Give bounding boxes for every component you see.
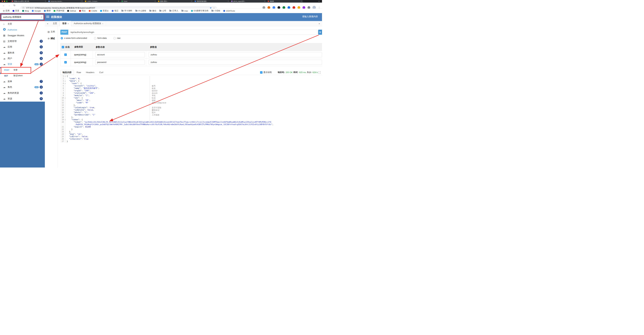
sidebar-endpoint-item[interactable]: POST登录 — [0, 67, 45, 73]
tab-close-icon[interactable]: × — [301, 0, 302, 2]
content-tab[interactable]: 登录× — [60, 21, 71, 26]
bookmark-item[interactable]: 百度云 — [99, 10, 110, 12]
bookmark-item[interactable]: 笔记 — [110, 10, 120, 12]
content-tab[interactable]: 主页 — [50, 21, 60, 26]
content-tab-label: 主页 — [53, 22, 57, 25]
bookmark-item[interactable]: 码云 — [78, 10, 87, 12]
sidebar-item[interactable]: ☁角色的资源1 — [0, 90, 45, 96]
code-token: 43200 — [85, 126, 91, 128]
param-value-input[interactable] — [149, 52, 322, 57]
bookmark-item[interactable]: 翻译 — [42, 10, 52, 12]
sidebar-endpoint-item[interactable]: GET验证token — [0, 73, 45, 78]
tab-close-icon[interactable]: × — [45, 0, 46, 2]
tab-close-icon[interactable]: × — [118, 0, 119, 2]
body-type-raw[interactable]: raw — [114, 37, 120, 39]
forward-icon[interactable]: → — [8, 4, 10, 7]
browser-tab[interactable]: LANB—Compos...× — [84, 0, 120, 2]
sidebar-item[interactable]: ☁应用5 — [0, 44, 45, 50]
browser-tab[interactable]: github_pages发布...× — [230, 0, 267, 2]
sidebar-item[interactable]: ☁用户9 — [0, 56, 45, 61]
browser-tab[interactable]: 查看zuihou密码 | 接口调...× — [11, 0, 47, 2]
sidebar-item[interactable]: ▦Swagger Models — [0, 32, 45, 38]
tab-close-icon[interactable]: × — [228, 0, 229, 2]
fold-marker-icon[interactable]: ▾ — [65, 82, 66, 85]
param-name-input[interactable] — [95, 52, 145, 57]
tabs-collapse-icon[interactable]: « — [45, 22, 50, 25]
fold-marker-icon[interactable]: ▾ — [65, 80, 66, 82]
code-token — [67, 94, 74, 96]
tab-close-icon[interactable]: × — [264, 0, 265, 2]
browser-tab[interactable]: 微服务× — [267, 0, 303, 2]
row-checkbox[interactable]: ✓ — [64, 61, 67, 64]
reload-icon[interactable]: ↻ — [14, 4, 16, 7]
back-icon[interactable]: ← — [2, 4, 5, 7]
fold-marker-icon[interactable]: ▾ — [65, 97, 66, 99]
doc-nav-debug[interactable]: ⚙调试 — [45, 35, 58, 42]
sidebar-item[interactable]: Authorize — [0, 27, 45, 32]
new-tab-button[interactable]: + — [318, 0, 320, 2]
bookmark-item[interactable]: Google — [30, 10, 42, 12]
tab-close-icon[interactable]: × — [191, 0, 192, 2]
window-control-icon[interactable] — [4, 1, 5, 2]
content-tab[interactable]: Authorize-authority-权限模块× — [71, 21, 106, 26]
sidebar-item[interactable]: ☁菜单7 — [0, 78, 45, 84]
param-value-input[interactable] — [149, 60, 322, 65]
bookmark-item[interactable]: 什么都有 — [134, 10, 148, 12]
radio-icon[interactable] — [94, 37, 96, 39]
bookmark-item[interactable]: 百度 — [11, 10, 21, 12]
code-token: "data" — [69, 80, 76, 82]
select-all-checkbox[interactable]: ✓ — [62, 46, 64, 48]
tab-close-icon[interactable]: × — [155, 0, 156, 2]
search-input[interactable] — [296, 15, 318, 18]
bookmark-item[interactable]: CSDN — [87, 10, 99, 12]
bookmark-item[interactable]: 公司 — [158, 10, 168, 12]
sidebar-item[interactable]: ☁登录NEW2 — [0, 62, 45, 67]
browser-tab[interactable]: temporary-interfac...× — [47, 0, 84, 2]
sidebar-item[interactable]: ⌂主页 — [0, 21, 45, 27]
fold-marker-icon[interactable]: ▾ — [65, 75, 66, 78]
body-type-urlencoded[interactable]: x-www-form-urlencoded — [61, 37, 87, 39]
sidebar-item[interactable]: ☁资源6 — [0, 96, 45, 102]
sidebar-item[interactable]: ▤文档管理3 — [0, 38, 45, 44]
bookmark-item[interactable]: 小目标 — [210, 10, 222, 12]
response-tab[interactable]: 响应内容 — [60, 70, 74, 75]
body-type-form-data[interactable]: form-data — [94, 37, 107, 39]
response-tab[interactable]: Curl — [97, 70, 106, 74]
send-button[interactable]: 发 — [318, 30, 322, 35]
bookmark-item[interactable]: ES搜索引擎文档 — [190, 10, 210, 12]
bookmark-item[interactable]: 开源中国 — [52, 10, 66, 12]
menu-icon[interactable] — [46, 16, 49, 18]
fold-marker-icon[interactable]: ▾ — [65, 119, 66, 121]
module-select[interactable]: authority-权限模块 ▴▾ — [2, 15, 44, 20]
tab-close-icon[interactable]: × — [68, 22, 69, 25]
row-checkbox[interactable]: ✓ — [64, 54, 67, 56]
bookmark-item[interactable]: mac — [180, 10, 190, 12]
bookmark-item[interactable]: 学习资料 — [120, 10, 134, 12]
browser-tab[interactable]: hbase× — [120, 0, 157, 2]
doc-nav-doc[interactable]: ▤文档 — [45, 28, 58, 35]
tab-close-icon[interactable]: × — [82, 0, 82, 2]
response-tab[interactable]: Headers — [84, 70, 96, 74]
param-name-input[interactable] — [95, 60, 145, 65]
browser-tab[interactable]: 国际数码影视製...× — [194, 0, 230, 2]
browser-menu-icon[interactable]: ⋮ — [318, 6, 320, 9]
sidebar-item[interactable]: ☁角色NEW8 — [0, 84, 45, 90]
show-desc-checkbox[interactable]: ✓ — [260, 71, 262, 74]
fullscreen-icon[interactable] — [318, 72, 320, 74]
response-tab[interactable]: Raw — [74, 70, 83, 74]
sidebar-item[interactable]: ☁服务表6 — [0, 50, 45, 56]
http-method-label: GET — [4, 75, 14, 77]
browser-tab[interactable]: 视频<剪辑>...× — [157, 0, 194, 2]
bookmark-item[interactable]: ⊞应用 — [2, 10, 11, 12]
bookmark-item[interactable]: Bing — [21, 10, 30, 12]
window-control-icon[interactable] — [6, 1, 8, 2]
window-control-icon[interactable] — [2, 1, 3, 2]
bookmark-item[interactable]: 已导入 — [168, 10, 180, 12]
bookmark-item[interactable]: GitHub — [66, 10, 78, 12]
radio-selected-icon[interactable] — [61, 37, 63, 39]
bookmark-item[interactable]: 1024Tools — [222, 10, 236, 12]
tabs-expand-icon[interactable]: » — [316, 22, 322, 25]
bookmark-item[interactable]: 微信 — [148, 10, 158, 12]
tab-close-icon[interactable]: × — [102, 22, 103, 25]
radio-icon[interactable] — [114, 37, 116, 39]
